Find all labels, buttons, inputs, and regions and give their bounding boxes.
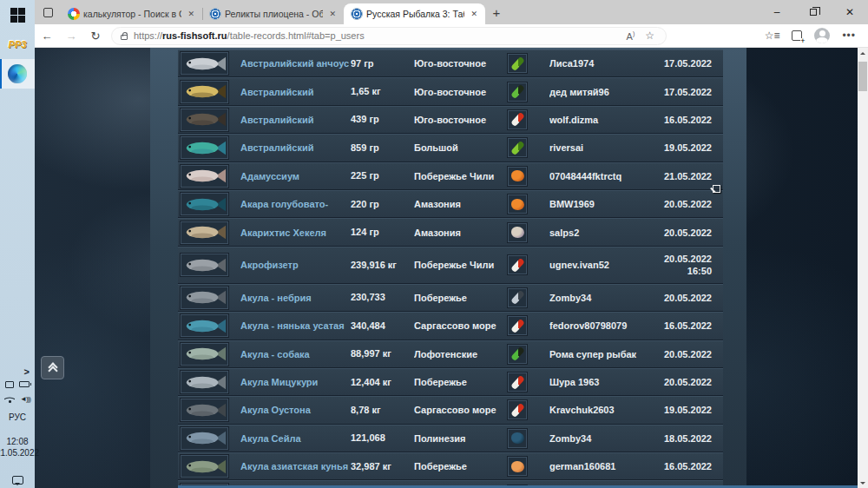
bait-icon <box>511 432 524 444</box>
bait-image[interactable] <box>507 456 528 477</box>
fish-image[interactable] <box>180 286 229 310</box>
battery-icon[interactable] <box>19 381 30 387</box>
bait-image[interactable] <box>507 194 528 214</box>
bait-image[interactable] <box>507 399 528 420</box>
scroll-to-top-button[interactable] <box>41 356 64 379</box>
favorites-icon[interactable]: ☆≡ <box>765 30 780 42</box>
bait-image[interactable] <box>507 109 528 130</box>
fish-image[interactable] <box>180 80 229 104</box>
bait-image[interactable] <box>507 287 528 308</box>
refresh-button[interactable]: ↻ <box>83 30 108 43</box>
fish-image[interactable] <box>180 192 229 216</box>
action-center-icon[interactable] <box>12 476 23 485</box>
bait-icon <box>510 141 525 155</box>
profile-avatar[interactable] <box>814 28 830 43</box>
tab-title: Реликты плиоцена - Обсужден <box>225 9 323 19</box>
fish-name-link[interactable]: Адамуссиум <box>240 171 349 181</box>
fish-name-link[interactable]: Австралийский <box>240 142 349 153</box>
fish-image[interactable] <box>180 51 229 76</box>
fish-image[interactable] <box>180 454 229 478</box>
scrollbar-up-arrow[interactable] <box>858 48 868 58</box>
player-name: Рома супер рыбак <box>549 349 655 359</box>
scrollbar-down-arrow[interactable] <box>858 478 868 488</box>
url-text: https://rus-fishsoft.ru/table-records.ht… <box>134 30 365 41</box>
player-name: salps2 <box>549 228 655 238</box>
fish-name-link[interactable]: Акрофизетр <box>240 260 349 270</box>
bait-image[interactable] <box>507 166 528 187</box>
fish-image[interactable] <box>180 164 229 188</box>
collections-icon[interactable] <box>792 30 802 41</box>
address-bar[interactable]: https://rus-fishsoft.ru/table-records.ht… <box>111 27 667 45</box>
read-aloud-icon[interactable]: A) <box>622 30 640 42</box>
bait-image[interactable] <box>507 315 528 336</box>
browser-tab[interactable]: Реликты плиоцена - Обсужден ✕ <box>202 3 344 24</box>
fish-image[interactable] <box>180 342 229 366</box>
fish-name-link[interactable]: Акула Мицукури <box>240 377 349 387</box>
clock[interactable]: 12:08 21.05.2022 <box>0 436 39 458</box>
record-location: Саргассово море <box>414 405 504 415</box>
device-icon[interactable] <box>5 381 14 388</box>
fish-name-link[interactable]: Акара голубовато- <box>240 199 349 209</box>
taskbar-app-rr3[interactable]: РР3 <box>0 30 35 59</box>
bait-image[interactable] <box>507 137 528 158</box>
fish-image[interactable] <box>180 370 229 394</box>
fish-name-link[interactable]: Акарихтис Хекеля <box>240 228 349 238</box>
fish-image[interactable] <box>180 426 229 451</box>
fish-image[interactable] <box>180 135 229 160</box>
fish-name-link[interactable]: Акула азиатская кунья <box>240 461 349 472</box>
tab-favicon <box>209 8 221 20</box>
hidden-icons-chevron[interactable]: > <box>24 366 30 377</box>
record-weight: 859 гр <box>351 142 403 154</box>
tab-close-icon[interactable]: ✕ <box>326 8 339 20</box>
fish-name-link[interactable]: Акула - нянька усатая <box>240 320 349 331</box>
browser-tab[interactable]: Русская Рыбалка 3: Таблица ре ✕ <box>344 3 485 24</box>
taskbar-app-edge[interactable] <box>0 59 35 89</box>
fish-name-link[interactable]: Австралийский <box>240 87 349 97</box>
tab-favicon <box>351 8 363 20</box>
fish-name-link[interactable]: Акула - небрия <box>240 293 349 303</box>
new-tab-button[interactable]: + <box>485 2 508 23</box>
tab-actions-menu[interactable] <box>35 2 61 23</box>
fish-name-link[interactable]: Акула Оустона <box>240 405 349 415</box>
table-row: Акула Оустона 8,78 кг Саргассово море Kr… <box>178 396 723 424</box>
player-name: Шура 1963 <box>549 377 655 387</box>
language-indicator[interactable]: РУС <box>9 412 26 422</box>
bait-image[interactable] <box>507 344 528 365</box>
player-name: riversai <box>549 142 655 153</box>
back-button[interactable]: ← <box>35 30 59 43</box>
player-name: Zomby34 <box>549 433 655 444</box>
fish-name-link[interactable]: Акула Сейла <box>240 433 349 444</box>
speaker-icon[interactable]: ◄))) <box>20 395 30 403</box>
bait-image[interactable] <box>507 428 528 449</box>
add-favorite-icon[interactable]: ☆ <box>641 30 659 42</box>
fish-image[interactable] <box>180 221 229 245</box>
table-row: Акара голубовато- 220 гр Амазония BMW196… <box>178 190 723 218</box>
forward-button[interactable]: → <box>59 30 83 43</box>
bait-image[interactable] <box>507 82 528 102</box>
bait-image[interactable] <box>507 254 528 275</box>
page-scrollbar[interactable] <box>858 48 868 488</box>
fish-image[interactable] <box>180 313 229 338</box>
start-button[interactable] <box>0 0 35 30</box>
fish-image[interactable] <box>180 398 229 422</box>
bait-image[interactable] <box>507 222 528 243</box>
fish-name-link[interactable]: Австралийский анчоус <box>240 58 349 69</box>
lock-icon[interactable] <box>121 35 128 40</box>
minimize-button[interactable]: – <box>759 0 795 24</box>
bait-image[interactable] <box>507 53 528 74</box>
bait-image[interactable] <box>507 372 528 392</box>
wifi-icon[interactable] <box>4 395 15 403</box>
scrollbar-thumb[interactable] <box>858 62 867 91</box>
tab-close-icon[interactable]: ✕ <box>185 8 197 20</box>
tab-close-icon[interactable]: ✕ <box>468 8 480 20</box>
record-weight: 88,997 кг <box>351 348 403 359</box>
fish-name-link[interactable]: Акула - собака <box>240 349 349 359</box>
settings-menu-icon[interactable]: ••• <box>842 30 856 42</box>
browser-tab[interactable]: калькулятор - Поиск в Google ✕ <box>61 3 202 24</box>
fish-name-link[interactable]: Австралийский <box>240 115 349 125</box>
record-weight: 1,65 кг <box>351 86 403 97</box>
restore-button[interactable] <box>795 0 832 24</box>
close-button[interactable]: ✕ <box>832 0 868 24</box>
fish-image[interactable] <box>180 108 229 132</box>
fish-image[interactable] <box>180 253 229 277</box>
